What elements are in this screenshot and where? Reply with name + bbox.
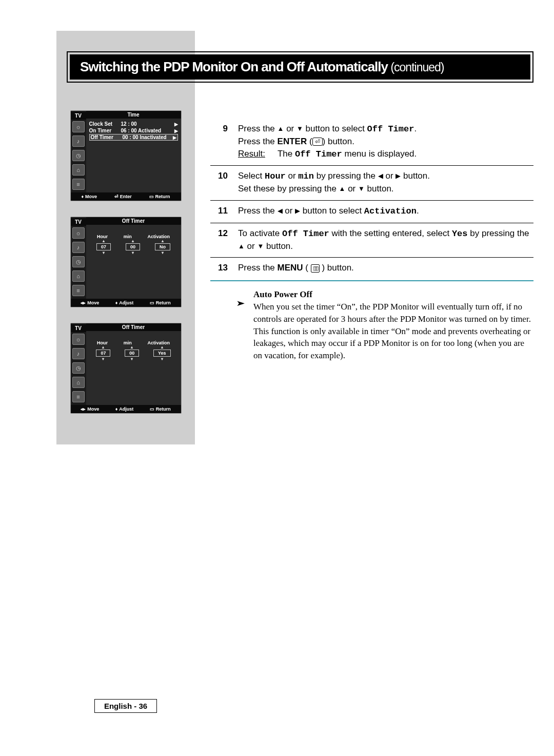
osd1-row-ontimer: On Timer 06 : 00 Activated ▶	[89, 127, 178, 134]
osd3-footer: ◂▸Move ♦Adjust ▭Return	[71, 405, 181, 413]
timer-icon: ◷	[72, 256, 85, 267]
step-13: 13 Press the MENU ( ▯▯▯ ) button.	[210, 258, 533, 279]
triangle-down-icon: ▼	[358, 185, 365, 192]
triangle-right-icon: ▶	[395, 172, 401, 180]
menu-button-icon: ▯▯▯	[311, 264, 320, 273]
updown-icon: ♦	[81, 194, 84, 199]
osd1-footer: ♦Move ⏎Enter ▭Return	[71, 192, 181, 201]
step-11: 11 Press the ◀ or ▶ button to select Act…	[210, 201, 533, 223]
osd1-tv-label: TV	[71, 112, 86, 120]
updown-icon: ♦	[115, 406, 118, 412]
updown-icon: ♦	[115, 300, 118, 305]
osd1-header: Time	[86, 111, 181, 119]
setup-icon: ⌂	[72, 377, 85, 388]
timer-icon: ◷	[72, 150, 85, 161]
note-body: When you set the timer “On”, the PDP Mon…	[253, 301, 531, 362]
triangle-left-icon: ◀	[278, 207, 283, 215]
osd1-row-offtimer: Off Timer 00 : 00 Inactivated ▶	[89, 134, 178, 141]
chevron-right-icon: ▶	[174, 122, 178, 127]
osd2-val-act: No	[155, 243, 170, 250]
osd1-row-clockset: Clock Set 12 : 00 ▶	[89, 121, 178, 127]
menu-icon: ≡	[72, 285, 85, 296]
osd3-val-hour: 07	[96, 350, 110, 357]
leftright-icon: ◂▸	[81, 406, 86, 412]
setup-icon: ⌂	[72, 164, 85, 176]
picture-icon: ☼	[72, 227, 85, 239]
sound-icon: ♪	[72, 348, 85, 359]
chevron-right-icon: ▶	[173, 135, 176, 140]
triangle-left-icon: ◀	[378, 172, 383, 180]
triangle-up-icon: ▲	[238, 242, 245, 250]
osd3-tv-label: TV	[71, 324, 86, 332]
result-label: Result:	[238, 148, 265, 161]
osd3-col-act: Activation	[148, 340, 170, 345]
triangle-up-icon: ▲	[339, 185, 346, 192]
picture-icon: ☼	[72, 334, 85, 345]
step-9: 9 Press the ▲ or ▼ button to select Off …	[210, 119, 533, 166]
return-icon: ▭	[150, 406, 154, 412]
menu-icon: ≡	[72, 179, 85, 190]
chevron-right-icon: ▶	[174, 128, 178, 133]
triangle-down-icon: ▼	[257, 242, 264, 250]
sidebar-screenshots: TV ☼ ♪ ◷ ⌂ ≡ Time Clock Set 12 : 00	[56, 31, 195, 444]
note-heading: Auto Power Off	[253, 288, 531, 301]
enter-button-icon: ⏎	[312, 138, 323, 146]
auto-power-off-note: ➤ Auto Power Off When you set the timer …	[210, 280, 533, 362]
page-title-wrap: Switching the PDP Monitor On and Off Aut…	[67, 51, 533, 83]
step-12: 12 To activate Off Timer with the settin…	[210, 223, 533, 258]
osd2-tv-label: TV	[71, 218, 86, 226]
osd-time-menu: TV ☼ ♪ ◷ ⌂ ≡ Time Clock Set 12 : 00	[70, 110, 182, 201]
osd3-val-act: Yes	[153, 350, 171, 357]
menu-icon: ≡	[72, 391, 85, 402]
osd2-footer: ◂▸Move ♦Adjust ▭Return	[71, 299, 181, 307]
picture-icon: ☼	[72, 121, 85, 132]
osd2-header: Off Timer	[86, 217, 181, 225]
page-number: English - 36	[94, 699, 157, 713]
osd2-val-min: 00	[126, 243, 140, 250]
return-icon: ▭	[150, 300, 154, 305]
osd-offtimer-no: TV ☼ ♪ ◷ ⌂ ≡ Off Timer Hour min	[70, 217, 182, 307]
leftright-icon: ◂▸	[81, 300, 86, 305]
osd-offtimer-yes: TV ☼ ♪ ◷ ⌂ ≡ Off Timer Hour min	[70, 323, 182, 414]
return-icon: ▭	[149, 194, 154, 199]
sound-icon: ♪	[72, 135, 85, 147]
timer-icon: ◷	[72, 362, 85, 374]
triangle-up-icon: ▲	[278, 125, 284, 132]
osd2-val-hour: 07	[96, 243, 111, 250]
note-arrow-icon: ➤	[236, 300, 245, 351]
setup-icon: ⌂	[72, 270, 85, 282]
page-title: Switching the PDP Monitor On and Off Aut…	[70, 54, 530, 80]
triangle-right-icon: ▶	[295, 207, 300, 215]
sound-icon: ♪	[72, 242, 85, 253]
osd3-val-min: 00	[125, 350, 139, 357]
page-footer: English - 36	[56, 699, 195, 713]
triangle-down-icon: ▼	[296, 125, 303, 132]
enter-icon: ⏎	[114, 194, 118, 199]
osd3-header: Off Timer	[86, 323, 181, 331]
step-10: 10 Select Hour or min by pressing the ◀ …	[210, 166, 533, 201]
osd2-col-min: min	[124, 234, 132, 239]
osd2-col-act: Activation	[148, 234, 170, 239]
